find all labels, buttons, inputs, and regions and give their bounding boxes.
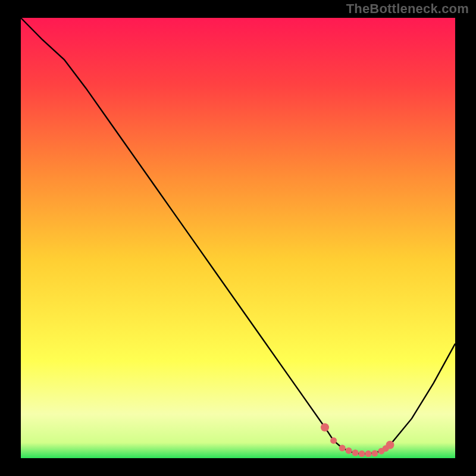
marker-dot: [365, 450, 372, 457]
marker-dot: [352, 450, 359, 456]
marker-dot: [346, 447, 352, 454]
marker-dot: [386, 441, 394, 449]
marker-dot: [339, 445, 346, 452]
marker-dot: [330, 437, 337, 444]
chart-frame: TheBottleneck.com: [0, 0, 476, 476]
gradient-plot-area: [21, 18, 455, 458]
marker-dot: [359, 450, 365, 457]
bottleneck-chart: [0, 0, 476, 476]
marker-dot: [371, 450, 378, 456]
marker-dot: [321, 423, 329, 431]
